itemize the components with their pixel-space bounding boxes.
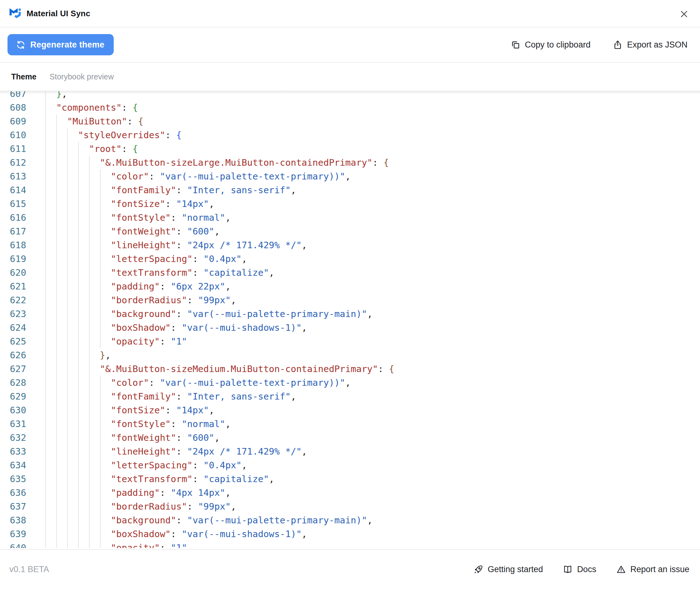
line-number: 616 <box>0 211 26 224</box>
indent-guides <box>45 444 111 458</box>
regenerate-theme-button[interactable]: Regenerate theme <box>7 34 114 55</box>
line-number: 624 <box>0 321 26 335</box>
tab-theme-label: Theme <box>11 72 37 81</box>
indent-guides <box>45 128 78 142</box>
indent-guides <box>45 115 67 128</box>
code-line: 639"boxShadow": "var(--mui-shadows-1)", <box>0 527 700 541</box>
code-line: 611"root": { <box>0 142 700 156</box>
copy-to-clipboard-label: Copy to clipboard <box>525 40 590 50</box>
code-line: 629"fontFamily": "Inter, sans-serif", <box>0 390 700 403</box>
code-text: "background": "var(--mui-palette-primary… <box>111 513 373 527</box>
docs-label: Docs <box>577 565 596 574</box>
code-text: "borderRadius": "99px", <box>111 293 237 307</box>
indent-guides <box>45 513 111 527</box>
code-line: 625"opacity": "1" <box>0 335 700 348</box>
code-text: "fontFamily": "Inter, sans-serif", <box>111 390 296 403</box>
indent-guides <box>45 321 111 335</box>
line-number: 614 <box>0 183 26 197</box>
code-line: 612"&.MuiButton-sizeLarge.MuiButton-cont… <box>0 156 700 169</box>
indent-guides <box>45 362 100 376</box>
code-text: }, <box>56 91 67 101</box>
indent-guides <box>45 541 111 548</box>
line-number: 632 <box>0 431 26 444</box>
indent-guides <box>45 197 111 211</box>
header: Material UI Sync <box>0 0 700 27</box>
docs-link[interactable]: Docs <box>563 565 596 574</box>
indent-guides <box>45 293 111 307</box>
code-line: 627"&.MuiButton-sizeMedium.MuiButton-con… <box>0 362 700 376</box>
indent-guides <box>45 238 111 252</box>
code-line: 635"textTransform": "capitalize", <box>0 472 700 486</box>
line-number: 626 <box>0 348 26 362</box>
code-line: 613"color": "var(--mui-palette-text-prim… <box>0 169 700 183</box>
line-number: 633 <box>0 444 26 458</box>
line-number: 639 <box>0 527 26 541</box>
copy-to-clipboard-button[interactable]: Copy to clipboard <box>511 40 590 50</box>
code-line: 626}, <box>0 348 700 362</box>
code-text: "styleOverrides": { <box>78 128 182 142</box>
version-label: v0.1 BETA <box>9 565 49 574</box>
refresh-icon <box>16 40 26 50</box>
warning-icon <box>616 565 626 574</box>
code-text: "color": "var(--mui-palette-text-primary… <box>111 376 351 390</box>
line-number: 634 <box>0 458 26 472</box>
code-line: 628"color": "var(--mui-palette-text-prim… <box>0 376 700 390</box>
code-text: "root": { <box>89 142 138 156</box>
code-line: 618"lineHeight": "24px /* 171.429% */", <box>0 238 700 252</box>
indent-guides <box>45 458 111 472</box>
code-text: "opacity": "1" <box>111 541 187 548</box>
report-issue-label: Report an issue <box>630 565 689 574</box>
code-line: 617"fontWeight": "600", <box>0 224 700 238</box>
line-number: 612 <box>0 156 26 169</box>
code-text: "opacity": "1" <box>111 335 187 348</box>
line-number: 610 <box>0 128 26 142</box>
code-text: }, <box>100 348 111 362</box>
indent-guides <box>45 348 100 362</box>
tab-storybook-preview[interactable]: Storybook preview <box>50 72 114 81</box>
code-text: "fontStyle": "normal", <box>111 211 231 224</box>
code-line: 631"fontStyle": "normal", <box>0 417 700 431</box>
close-button[interactable] <box>679 9 689 19</box>
book-icon <box>563 565 573 574</box>
indent-guides <box>45 376 111 390</box>
indent-guides <box>45 101 56 115</box>
code-line: 623"background": "var(--mui-palette-prim… <box>0 307 700 321</box>
export-as-json-button[interactable]: Export as JSON <box>613 40 688 50</box>
footer: v0.1 BETA Getting started Docs <box>0 549 700 589</box>
code-line: 609"MuiButton": { <box>0 115 700 128</box>
indent-guides <box>45 390 111 403</box>
tab-theme[interactable]: Theme <box>11 72 37 81</box>
export-icon <box>613 40 623 50</box>
code-line: 640"opacity": "1" <box>0 541 700 548</box>
code-line: 616"fontStyle": "normal", <box>0 211 700 224</box>
code-line: 637"borderRadius": "99px", <box>0 500 700 513</box>
mui-logo-icon <box>9 8 21 19</box>
line-number: 615 <box>0 197 26 211</box>
code-line: 610"styleOverrides": { <box>0 128 700 142</box>
indent-guides <box>45 279 111 293</box>
code-text: "lineHeight": "24px /* 171.429% */", <box>111 444 307 458</box>
line-number: 630 <box>0 403 26 417</box>
indent-guides <box>45 224 111 238</box>
toolbar: Regenerate theme Copy to clipboard Expor… <box>0 27 700 62</box>
line-number: 608 <box>0 101 26 115</box>
line-number: 623 <box>0 307 26 321</box>
getting-started-label: Getting started <box>487 565 543 574</box>
code-text: "boxShadow": "var(--mui-shadows-1)", <box>111 321 307 335</box>
report-issue-link[interactable]: Report an issue <box>616 565 689 574</box>
code-text: "fontWeight": "600", <box>111 431 220 444</box>
toolbar-actions: Copy to clipboard Export as JSON <box>511 40 688 50</box>
theme-json-editor[interactable]: 607},608"components": {609"MuiButton": {… <box>0 91 700 548</box>
code-text: "fontFamily": "Inter, sans-serif", <box>111 183 296 197</box>
line-number: 609 <box>0 115 26 128</box>
getting-started-link[interactable]: Getting started <box>473 565 543 574</box>
footer-links: Getting started Docs Report an issue <box>473 565 689 574</box>
line-number: 607 <box>0 91 26 101</box>
code-line: 607}, <box>0 91 700 101</box>
page-title: Material UI Sync <box>27 9 90 18</box>
line-number: 628 <box>0 376 26 390</box>
code-text: "textTransform": "capitalize", <box>111 472 275 486</box>
code-line: 622"borderRadius": "99px", <box>0 293 700 307</box>
indent-guides <box>45 252 111 266</box>
code-text: "padding": "6px 22px", <box>111 279 231 293</box>
